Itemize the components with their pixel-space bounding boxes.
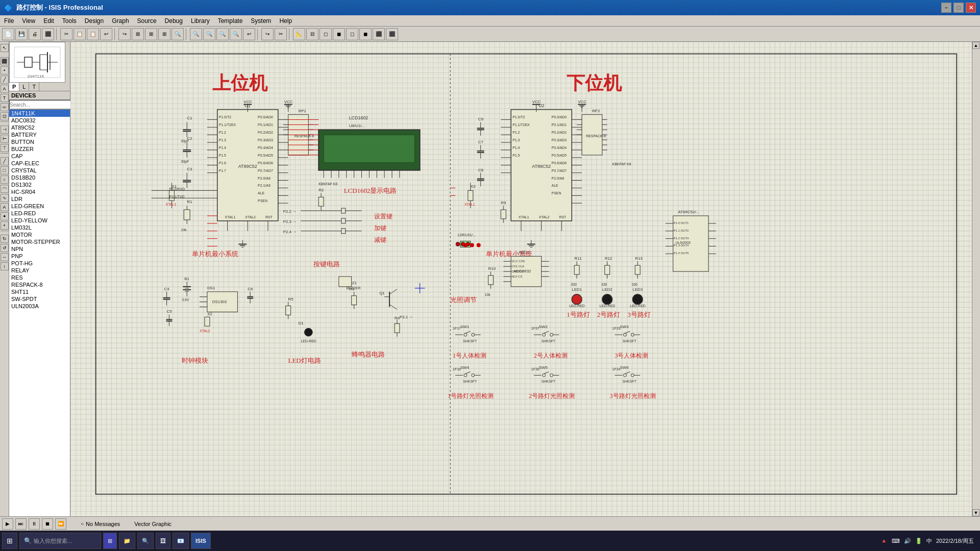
end-button[interactable]: ⏩ bbox=[55, 518, 66, 530]
canvas-area[interactable]: 上位机 下位机 U1 AT89C52 bbox=[70, 42, 972, 516]
device-item[interactable]: LED-RED bbox=[9, 210, 70, 217]
menu-item-file[interactable]: File bbox=[0, 16, 18, 26]
menu-item-debug[interactable]: Debug bbox=[161, 16, 187, 26]
toolbar-button[interactable]: 🔍 bbox=[230, 28, 242, 40]
menu-item-help[interactable]: Help bbox=[275, 16, 296, 26]
task-view-button[interactable]: ⊞ bbox=[103, 533, 117, 549]
toolbar-button[interactable]: ◻ bbox=[320, 28, 332, 40]
2d-text[interactable]: A bbox=[1, 203, 9, 211]
pointer-tool[interactable]: ↖ bbox=[1, 44, 9, 52]
2d-arc[interactable]: ◠ bbox=[1, 185, 9, 193]
toolbar-button[interactable]: ⊞ bbox=[158, 28, 170, 40]
device-item[interactable]: CAP bbox=[9, 153, 70, 160]
close-button[interactable]: ✕ bbox=[966, 3, 976, 13]
tab-l[interactable]: L bbox=[19, 83, 29, 91]
rotate-ccw[interactable]: ↺ bbox=[1, 244, 9, 252]
device-item[interactable]: DS1302 bbox=[9, 181, 70, 188]
scroll-up[interactable]: ▲ bbox=[972, 42, 979, 49]
marker-tool[interactable]: + bbox=[1, 221, 9, 230]
toolbar-button[interactable]: 📄 bbox=[2, 28, 14, 40]
toolbar-button[interactable]: ⬛ bbox=[386, 28, 398, 40]
device-item[interactable]: HC-SR04 bbox=[9, 188, 70, 195]
device-item[interactable]: DS18B20 bbox=[9, 174, 70, 181]
device-item[interactable]: RES bbox=[9, 274, 70, 281]
schematic-canvas[interactable]: 上位机 下位机 U1 AT89C52 bbox=[70, 42, 972, 516]
device-item[interactable]: AT89C52 bbox=[9, 124, 70, 131]
mail-button[interactable]: 📧 bbox=[173, 533, 189, 549]
device-item[interactable]: ULN2003A bbox=[9, 303, 70, 310]
port-tool[interactable]: ⊤ bbox=[1, 144, 9, 152]
minimize-button[interactable]: − bbox=[941, 3, 951, 13]
toolbar-button[interactable]: ◻ bbox=[346, 28, 358, 40]
toolbar-button[interactable]: ↪ bbox=[118, 28, 131, 40]
text-tool[interactable]: T bbox=[1, 94, 9, 102]
toolbar-button[interactable]: 💾 bbox=[15, 28, 28, 40]
step-button[interactable]: ⏭ bbox=[15, 518, 27, 530]
tab-p[interactable]: P bbox=[9, 83, 19, 91]
device-item[interactable]: CAP-ELEC bbox=[9, 160, 70, 167]
toolbar-button[interactable]: ↩ bbox=[243, 28, 255, 40]
device-item[interactable]: PNP bbox=[9, 253, 70, 260]
menu-item-library[interactable]: Library bbox=[187, 16, 214, 26]
file-explorer-button[interactable]: 📁 bbox=[119, 533, 135, 549]
device-item[interactable]: MOTOR-STEPPER bbox=[9, 238, 70, 245]
right-scrollbar[interactable]: ▲ ▼ bbox=[972, 42, 980, 516]
device-item[interactable]: RELAY bbox=[9, 267, 70, 274]
toolbar-button[interactable]: ◼ bbox=[333, 28, 345, 40]
menu-item-tools[interactable]: Tools bbox=[58, 16, 81, 26]
junction-tool[interactable]: • bbox=[1, 66, 9, 74]
toolbar-button[interactable]: ✂ bbox=[275, 28, 287, 40]
symbol-tool[interactable]: ✦ bbox=[1, 212, 9, 220]
tab-t[interactable]: T bbox=[29, 83, 39, 91]
toolbar-button[interactable]: 📋 bbox=[74, 28, 86, 40]
2d-box[interactable]: □ bbox=[1, 166, 9, 174]
toolbar-button[interactable]: ⬛ bbox=[42, 28, 54, 40]
toolbar-button[interactable]: 🔍 bbox=[203, 28, 215, 40]
device-item[interactable]: MOTOR bbox=[9, 231, 70, 238]
terminal-tool[interactable]: ⊣ bbox=[1, 126, 9, 134]
start-button[interactable]: ⊞ bbox=[2, 533, 17, 549]
flip-h[interactable]: ↔ bbox=[1, 253, 9, 261]
toolbar-button[interactable]: ↪ bbox=[261, 28, 274, 40]
scroll-down[interactable]: ▼ bbox=[972, 509, 979, 516]
menu-item-system[interactable]: System bbox=[247, 16, 275, 26]
device-item[interactable]: CRYSTAL bbox=[9, 167, 70, 174]
maximize-button[interactable]: □ bbox=[953, 3, 964, 13]
2d-line[interactable]: ╱ bbox=[1, 157, 9, 165]
device-item[interactable]: LED-YELLOW bbox=[9, 217, 70, 224]
menu-item-graph[interactable]: Graph bbox=[108, 16, 133, 26]
wire-tool[interactable]: ╱ bbox=[1, 76, 9, 84]
sub-circuit-tool[interactable]: ⊡ bbox=[1, 112, 9, 120]
pause-button[interactable]: ⏸ bbox=[29, 518, 40, 530]
toolbar-button[interactable]: ↩ bbox=[100, 28, 112, 40]
device-item[interactable]: BATTERY bbox=[9, 131, 70, 138]
pin-tool[interactable]: ⊢ bbox=[1, 135, 9, 143]
search2-button[interactable]: 🔍 bbox=[137, 533, 154, 549]
device-item[interactable]: POT-HG bbox=[9, 260, 70, 267]
label-tool[interactable]: A bbox=[1, 85, 9, 93]
menu-item-view[interactable]: View bbox=[18, 16, 39, 26]
toolbar-button[interactable]: 🖨 bbox=[29, 28, 41, 40]
rotate-cw[interactable]: ↻ bbox=[1, 235, 9, 243]
2d-path[interactable]: ∿ bbox=[1, 194, 9, 202]
toolbar-button[interactable]: 📋 bbox=[87, 28, 99, 40]
component-tool[interactable]: ⬛ bbox=[1, 57, 9, 65]
device-item[interactable]: BUZZER bbox=[9, 145, 70, 153]
play-button[interactable]: ▶ bbox=[2, 518, 13, 530]
isis-button[interactable]: ISIS bbox=[191, 533, 211, 549]
device-item[interactable]: BUTTON bbox=[9, 138, 70, 145]
device-item[interactable]: LDR bbox=[9, 195, 70, 203]
toolbar-button[interactable]: ◼ bbox=[359, 28, 372, 40]
stop-button[interactable]: ⏹ bbox=[42, 518, 53, 530]
device-item[interactable]: 1N4T11K bbox=[9, 110, 70, 117]
device-item[interactable]: LED-GREEN bbox=[9, 203, 70, 210]
toolbar-button[interactable]: 🔍 bbox=[172, 28, 184, 40]
menu-item-design[interactable]: Design bbox=[81, 16, 108, 26]
photos-button[interactable]: 🖼 bbox=[156, 533, 170, 549]
device-item[interactable]: NPN bbox=[9, 245, 70, 253]
device-item[interactable]: ADC0832 bbox=[9, 117, 70, 124]
menu-item-template[interactable]: Template bbox=[214, 16, 247, 26]
toolbar-button[interactable]: 📐 bbox=[293, 28, 305, 40]
toolbar-button[interactable]: ⊞ bbox=[145, 28, 157, 40]
menu-item-source[interactable]: Source bbox=[133, 16, 161, 26]
